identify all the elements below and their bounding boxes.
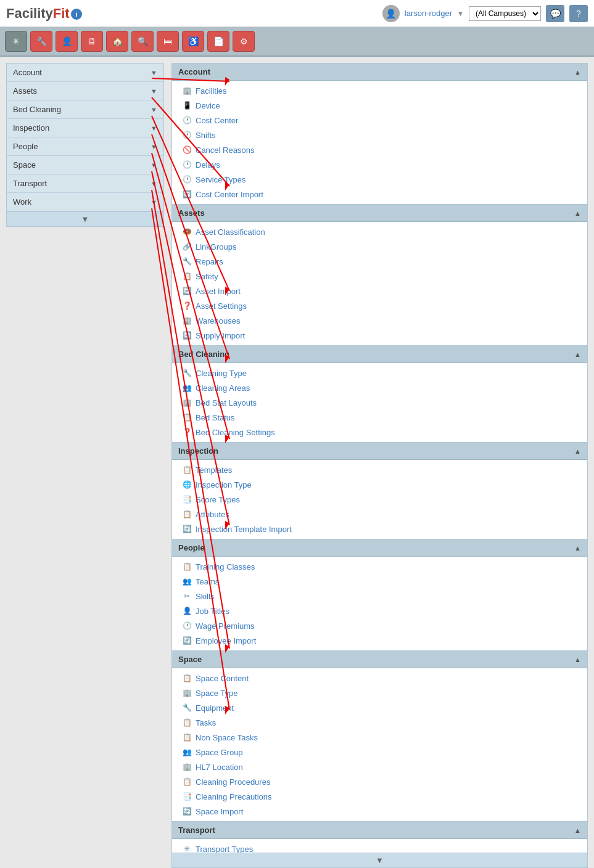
help-button[interactable]: ? xyxy=(569,5,588,22)
item-non-space-tasks[interactable]: 📋Non Space Tasks xyxy=(172,730,587,745)
item-cost-center[interactable]: 🕐Cost Center xyxy=(172,113,587,128)
item-facilities[interactable]: 🏢Facilities xyxy=(172,83,587,98)
chat-button[interactable]: 💬 xyxy=(546,5,564,22)
item-inspection-template-import[interactable]: 🔄Inspection Template Import xyxy=(172,522,587,536)
item-cleaning-precautions[interactable]: 📑Cleaning Precautions xyxy=(172,789,587,804)
logo-info-icon: i xyxy=(71,9,82,20)
section-title-people: People xyxy=(178,543,205,552)
item-asset-settings[interactable]: ❓Asset Settings xyxy=(172,298,587,313)
icon-service-types: 🕐 xyxy=(182,174,192,184)
item-cancel-reasons[interactable]: 🚫Cancel Reasons xyxy=(172,142,587,157)
sidebar-item-inspection[interactable]: Inspection ▼ xyxy=(7,119,163,137)
section-collapse-transport[interactable]: ▲ xyxy=(574,827,581,834)
section-items-inspection: 📋Templates 🌐Inspection Type 📑Score Types… xyxy=(172,460,587,539)
item-space-content[interactable]: 📋Space Content xyxy=(172,671,587,686)
sidebar-item-assets[interactable]: Assets ▼ xyxy=(7,82,163,100)
item-skills[interactable]: ✂Skills xyxy=(172,589,587,604)
item-cleaning-type[interactable]: 🔧Cleaning Type xyxy=(172,366,587,380)
icon-cleaning-type: 🔧 xyxy=(182,368,192,378)
item-space-import[interactable]: 🔄Space Import xyxy=(172,804,587,819)
section-assets: Assets ▲ 🍩Asset Classification 🔗LinkGrou… xyxy=(172,205,587,346)
icon-inspection-template-import: 🔄 xyxy=(182,524,192,534)
toolbar-monitor-button[interactable]: 🖥 xyxy=(81,31,103,52)
left-sidebar: Account ▼ Assets ▼ Bed Cleaning ▼ Inspec… xyxy=(6,63,164,227)
item-transport-types[interactable]: ✳Transport Types xyxy=(172,841,587,853)
item-training-classes[interactable]: 📋Training Classes xyxy=(172,559,587,574)
sidebar-scroll-down[interactable]: ▼ xyxy=(7,211,163,226)
campus-select[interactable]: (All Campuses) xyxy=(469,6,541,21)
item-delays[interactable]: 🕐Delays xyxy=(172,157,587,172)
sidebar-arrow-inspection: ▼ xyxy=(151,125,157,132)
toolbar-search-button[interactable]: 🔍 xyxy=(131,31,154,52)
item-templates[interactable]: 📋Templates xyxy=(172,462,587,477)
section-collapse-space[interactable]: ▲ xyxy=(574,656,581,663)
icon-safety: 📋 xyxy=(182,271,192,281)
item-supply-import[interactable]: 🔄Supply Import xyxy=(172,328,587,343)
section-space: Space ▲ 📋Space Content 🏢Space Type 🔧Equi… xyxy=(172,651,587,822)
toolbar-person-button[interactable]: 👤 xyxy=(56,31,78,52)
right-panel-scroll[interactable]: Account ▲ 🏢Facilities 📱Device 🕐Cost Cent… xyxy=(172,63,587,853)
icon-bed-cleaning-settings: ❓ xyxy=(182,427,192,437)
icon-cancel-reasons: 🚫 xyxy=(182,145,192,155)
item-bed-stat-layouts[interactable]: 🏢Bed Stat Layouts xyxy=(172,395,587,410)
toolbar-bed-button[interactable]: 🛏 xyxy=(157,31,179,52)
icon-employee-import: 🔄 xyxy=(182,636,192,645)
item-space-type[interactable]: 🏢Space Type xyxy=(172,686,587,700)
item-service-types[interactable]: 🕐Service Types xyxy=(172,172,587,187)
item-linkgroups[interactable]: 🔗LinkGroups xyxy=(172,239,587,254)
sidebar-item-account[interactable]: Account ▼ xyxy=(7,63,163,82)
sidebar-item-people[interactable]: People ▼ xyxy=(7,137,163,156)
item-asset-import[interactable]: 🔄Asset Import xyxy=(172,284,587,298)
item-tasks[interactable]: 📋Tasks xyxy=(172,715,587,730)
item-score-types[interactable]: 📑Score Types xyxy=(172,492,587,507)
icon-skills: ✂ xyxy=(182,591,192,601)
toolbar-home-button[interactable]: 🏠 xyxy=(106,31,128,52)
item-bed-cleaning-settings[interactable]: ❓Bed Cleaning Settings xyxy=(172,425,587,440)
item-safety[interactable]: 📋Safety xyxy=(172,269,587,284)
section-collapse-assets[interactable]: ▲ xyxy=(574,210,581,217)
right-panel-scroll-down[interactable]: ▼ xyxy=(172,853,587,867)
icon-bed-stat-layouts: 🏢 xyxy=(182,398,192,407)
toolbar-gear-button[interactable]: ⚙ xyxy=(233,31,255,52)
item-job-titles[interactable]: 👤Job Titles xyxy=(172,604,587,618)
section-collapse-people[interactable]: ▲ xyxy=(574,544,581,552)
item-employee-import[interactable]: 🔄Employee Import xyxy=(172,633,587,648)
icon-space-content: 📋 xyxy=(182,673,192,683)
item-inspection-type[interactable]: 🌐Inspection Type xyxy=(172,477,587,492)
item-hl7-location[interactable]: 🏢HL7 Location xyxy=(172,760,587,774)
sidebar-item-transport[interactable]: Transport ▼ xyxy=(7,174,163,193)
toolbar-asterisk-button[interactable]: ✳ xyxy=(5,31,27,52)
sidebar-label-space: Space xyxy=(13,160,36,170)
toolbar-wrench-button[interactable]: 🔧 xyxy=(30,31,52,52)
item-bed-status[interactable]: 📋Bed Status xyxy=(172,410,587,425)
toolbar-wheelchair-button[interactable]: ♿ xyxy=(182,31,204,52)
item-asset-classification[interactable]: 🍩Asset Classification xyxy=(172,224,587,239)
item-device[interactable]: 📱Device xyxy=(172,98,587,113)
item-cleaning-areas[interactable]: 👥Cleaning Areas xyxy=(172,380,587,395)
item-cleaning-procedures[interactable]: 📋Cleaning Procedures xyxy=(172,774,587,789)
icon-non-space-tasks: 📋 xyxy=(182,732,192,742)
section-collapse-bed-cleaning[interactable]: ▲ xyxy=(574,351,581,358)
sidebar-item-work[interactable]: Work ▼ xyxy=(7,193,163,211)
item-repairs[interactable]: 🔧Repairs xyxy=(172,254,587,269)
logo-fit: Fit xyxy=(53,6,70,21)
item-cost-center-import[interactable]: 🔄Cost Center Import xyxy=(172,187,587,202)
item-wage-premiums[interactable]: 🕐Wage Premiums xyxy=(172,618,587,633)
toolbar-document-button[interactable]: 📄 xyxy=(207,31,229,52)
item-space-group[interactable]: 👥Space Group xyxy=(172,745,587,760)
section-collapse-inspection[interactable]: ▲ xyxy=(574,448,581,455)
item-equipment[interactable]: 🔧Equipment xyxy=(172,700,587,715)
item-warehouses[interactable]: 🏢Warehouses xyxy=(172,313,587,328)
section-collapse-account[interactable]: ▲ xyxy=(574,68,581,76)
section-title-inspection: Inspection xyxy=(178,446,218,456)
sidebar-item-space[interactable]: Space ▼ xyxy=(7,156,163,174)
section-title-account: Account xyxy=(178,67,210,76)
app-logo: FacilityFiti xyxy=(6,6,82,22)
item-attributes[interactable]: 📋Attributes xyxy=(172,507,587,522)
icon-bed-status: 📋 xyxy=(182,412,192,422)
sidebar-item-bed-cleaning[interactable]: Bed Cleaning ▼ xyxy=(7,100,163,119)
item-teams[interactable]: 👥Teams xyxy=(172,574,587,589)
user-name[interactable]: larson-rodger xyxy=(405,9,452,18)
user-dropdown-icon[interactable]: ▼ xyxy=(457,10,464,17)
item-shifts[interactable]: 🕐Shifts xyxy=(172,128,587,142)
